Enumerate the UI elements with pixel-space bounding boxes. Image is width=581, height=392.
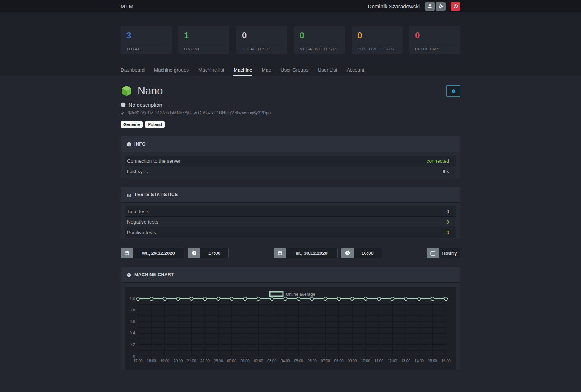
- cube-icon: [127, 273, 131, 277]
- machine-name: Nano: [138, 85, 446, 97]
- stat-card-online: 1 ONLINE: [178, 26, 229, 54]
- machine-description-row: No description: [121, 102, 460, 108]
- info-panel-header: INFO: [121, 136, 460, 152]
- connection-status: connected: [427, 158, 449, 164]
- calendar-icon: [274, 248, 286, 258]
- end-time-picker[interactable]: 16:00: [341, 248, 382, 258]
- row-label: Connection to the server: [127, 158, 180, 164]
- svg-text:0.4: 0.4: [130, 331, 135, 335]
- tab-map[interactable]: Map: [261, 67, 271, 76]
- tab-user-list[interactable]: User List: [318, 67, 337, 76]
- stat-value: 0: [357, 30, 397, 41]
- machine-description: No description: [129, 102, 162, 108]
- online-average-line-chart: 00.20.40.60.81.017:0018:0019:0020:0021:0…: [125, 287, 455, 370]
- info-panel: INFO Connection to the server connected …: [121, 136, 460, 178]
- row-label: Last sync: [127, 169, 148, 174]
- tab-machine-groups[interactable]: Machine groups: [154, 67, 189, 76]
- svg-text:23:00: 23:00: [214, 359, 223, 363]
- machine-settings-button[interactable]: [446, 85, 460, 97]
- stats-band: 3 TOTAL 1 ONLINE 0 TOTAL TESTS 0 NEGATIV…: [0, 12, 581, 76]
- last-sync-value: 6 s: [443, 169, 449, 174]
- tab-machine[interactable]: Machine: [233, 67, 252, 76]
- stat-label: TOTAL TESTS: [242, 44, 281, 51]
- panel-title: INFO: [134, 142, 146, 147]
- tab-user-groups[interactable]: User Groups: [281, 67, 309, 76]
- user-button[interactable]: [425, 2, 435, 11]
- row-label: Negative tests: [127, 219, 158, 225]
- cube-icon: [121, 85, 133, 97]
- svg-text:15:00: 15:00: [428, 359, 437, 363]
- svg-text:22:00: 22:00: [200, 359, 210, 363]
- svg-text:0.6: 0.6: [130, 319, 135, 324]
- logout-button[interactable]: [451, 2, 460, 11]
- machine-chart: 00.20.40.60.81.017:0018:0019:0020:0021:0…: [125, 287, 456, 370]
- table-row: Connection to the server connected: [125, 156, 456, 166]
- svg-text:0.8: 0.8: [130, 308, 135, 312]
- tests-panel-header: TESTS STATISTICS: [121, 187, 460, 203]
- svg-text:1.0: 1.0: [130, 297, 135, 301]
- panel-title: TESTS STATISTICS: [134, 192, 178, 197]
- tab-machine-list[interactable]: Machine list: [198, 67, 224, 76]
- stat-label: NEGATIVE TESTS: [300, 44, 339, 51]
- stat-value: 1: [184, 30, 224, 41]
- table-row: Positive tests 0: [125, 227, 456, 238]
- end-date-value[interactable]: śr., 30.12.2020: [286, 248, 338, 258]
- calendar-alt-icon: [427, 248, 439, 258]
- user-icon: [427, 4, 432, 9]
- table-row: Negative tests 0: [125, 217, 456, 227]
- stat-label: ONLINE: [184, 44, 224, 51]
- stat-card-total-tests: 0 TOTAL TESTS: [236, 26, 287, 54]
- gear-icon: [451, 88, 456, 94]
- svg-text:0.2: 0.2: [130, 342, 135, 347]
- clock-icon: [188, 248, 200, 258]
- stats-cards: 3 TOTAL 1 ONLINE 0 TOTAL TESTS 0 NEGATIV…: [121, 26, 460, 54]
- start-time-value[interactable]: 17:00: [200, 248, 229, 258]
- stat-card-total: 3 TOTAL: [121, 26, 172, 54]
- machine-chart-panel: MACHINE CHART 00.20.40.60.81.017:0018:00…: [121, 267, 460, 370]
- svg-text:04:00: 04:00: [281, 359, 290, 363]
- gear-icon: [438, 4, 443, 9]
- svg-text:08:00: 08:00: [334, 359, 344, 363]
- interval-value[interactable]: Hourly: [439, 248, 460, 258]
- start-time-picker[interactable]: 17:00: [188, 248, 229, 258]
- calendar-icon: [121, 248, 133, 258]
- svg-text:13:00: 13:00: [401, 359, 410, 363]
- app-brand: MTM: [121, 3, 134, 9]
- settings-nav-button[interactable]: [436, 2, 446, 11]
- svg-text:14:00: 14:00: [415, 359, 424, 363]
- svg-text:Online average: Online average: [286, 292, 316, 297]
- end-date-picker[interactable]: śr., 30.12.2020: [274, 248, 338, 258]
- stat-card-positive-tests: 0 POSITIVE TESTS: [352, 26, 403, 54]
- key-icon: [121, 111, 125, 115]
- svg-text:06:00: 06:00: [308, 359, 317, 363]
- tab-account[interactable]: Account: [346, 67, 364, 76]
- start-date-value[interactable]: wt., 29.12.2020: [133, 248, 184, 258]
- start-date-picker[interactable]: wt., 29.12.2020: [121, 248, 184, 258]
- bar-chart-icon: [127, 192, 131, 197]
- stat-value: 0: [242, 30, 281, 41]
- negative-tests-value: 0: [446, 219, 449, 225]
- tag-badge: Poland: [145, 121, 164, 128]
- interval-selector[interactable]: Hourly: [427, 248, 460, 258]
- machine-tags: Geneme Poland: [121, 121, 460, 128]
- total-tests-value: 0: [446, 209, 449, 214]
- tests-statistics-panel: TESTS STATISTICS Total tests 0 Negative …: [121, 187, 460, 239]
- table-row: Total tests 0: [125, 206, 456, 217]
- stat-card-problems: 0 PROBLEMS: [409, 26, 460, 54]
- svg-text:10:00: 10:00: [361, 359, 370, 363]
- stat-label: POSITIVE TESTS: [357, 44, 397, 51]
- tab-dashboard[interactable]: Dashboard: [121, 67, 145, 76]
- end-time-value[interactable]: 16:00: [354, 248, 382, 258]
- svg-text:18:00: 18:00: [147, 359, 156, 363]
- navbar-right: Dominik Szaradowski: [368, 2, 460, 11]
- table-row: Last sync 6 s: [125, 166, 456, 177]
- svg-text:19:00: 19:00: [160, 359, 169, 363]
- svg-text:21:00: 21:00: [187, 359, 196, 363]
- top-navbar: MTM Dominik Szaradowski: [0, 0, 581, 12]
- svg-text:11:00: 11:00: [375, 359, 384, 363]
- svg-text:05:00: 05:00: [294, 359, 303, 363]
- svg-text:17:00: 17:00: [133, 359, 142, 363]
- positive-tests-value: 0: [446, 230, 449, 235]
- stat-value: 0: [415, 30, 455, 41]
- stat-label: TOTAL: [126, 44, 166, 51]
